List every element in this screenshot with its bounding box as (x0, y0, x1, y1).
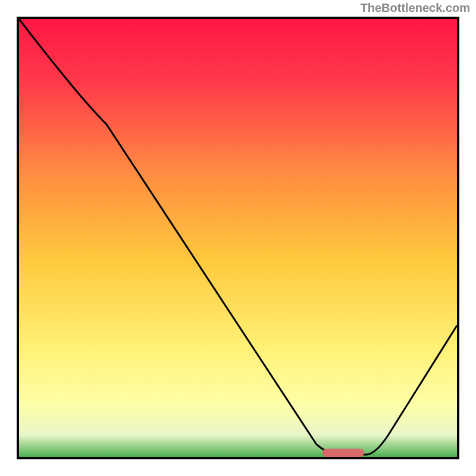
watermark-text: TheBottleneck.com (361, 1, 470, 15)
bottleneck-curve (19, 19, 457, 457)
optimal-marker (322, 449, 364, 457)
plot-area (17, 17, 459, 459)
chart-container: TheBottleneck.com (0, 0, 476, 476)
